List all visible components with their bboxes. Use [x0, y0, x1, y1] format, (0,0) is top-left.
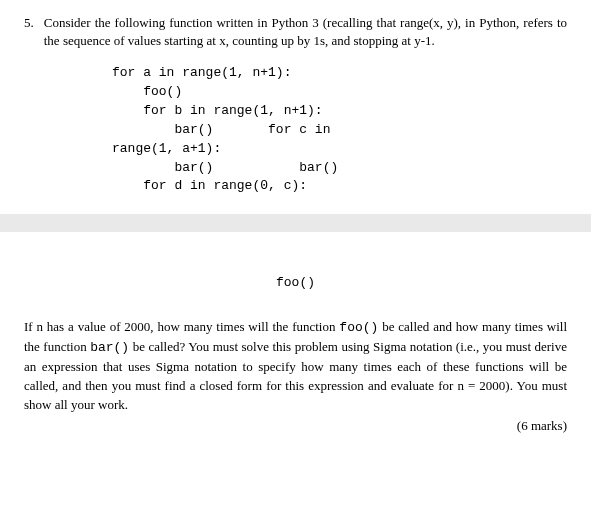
code-line: for d in range(0, c): — [112, 178, 307, 193]
page-gap-band — [0, 214, 591, 232]
question-block: 5. Consider the following function writt… — [24, 14, 567, 50]
prompt-text: If n has a value of 2000, how many times… — [24, 319, 339, 334]
code-line: for b in range(1, n+1): — [112, 103, 323, 118]
question-prompt: If n has a value of 2000, how many times… — [0, 318, 591, 414]
code-block: for a in range(1, n+1): foo() for b in r… — [112, 64, 567, 196]
question-number: 5. — [24, 14, 34, 50]
mid-code-line: foo() — [0, 274, 591, 292]
code-line: for a in range(1, n+1): — [112, 65, 291, 80]
question-intro: Consider the following function written … — [44, 14, 567, 50]
code-line: bar() for c in — [112, 122, 330, 137]
inline-code: foo() — [339, 320, 378, 335]
code-line: bar() bar() — [112, 160, 338, 175]
code-line: foo() — [112, 84, 182, 99]
marks-label: (6 marks) — [0, 417, 591, 435]
code-line: range(1, a+1): — [112, 141, 221, 156]
inline-code: bar() — [90, 340, 129, 355]
